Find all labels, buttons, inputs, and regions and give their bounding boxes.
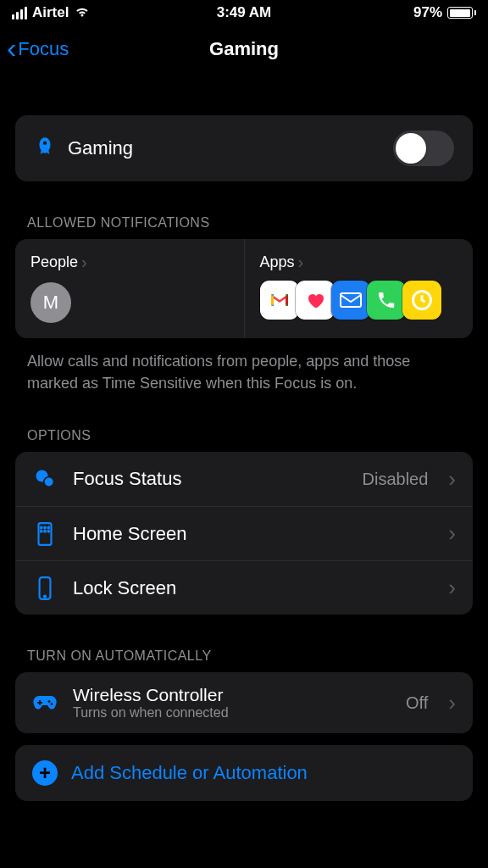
- battery-pct-label: 97%: [413, 4, 442, 21]
- plus-icon: +: [32, 760, 58, 786]
- focus-toggle-label: Gaming: [68, 137, 393, 159]
- svg-point-5: [41, 526, 42, 528]
- add-schedule-label: Add Schedule or Automation: [71, 762, 308, 784]
- auto-item-label: Wireless Controller: [73, 685, 391, 705]
- app-icon-mail: [331, 281, 370, 320]
- clock-label: 3:49 AM: [217, 4, 272, 21]
- app-icon-gmail: [260, 281, 299, 320]
- wifi-icon: [74, 4, 91, 21]
- chevron-right-icon: ›: [448, 520, 456, 547]
- rocket-icon: [34, 136, 56, 161]
- game-controller-icon: [32, 693, 58, 712]
- chevron-right-icon: ›: [448, 575, 456, 601]
- avatar-initial: M: [43, 292, 58, 314]
- battery-icon: [447, 7, 476, 19]
- svg-point-7: [47, 526, 49, 528]
- svg-point-10: [47, 531, 49, 532]
- chevron-right-icon: ›: [81, 253, 87, 272]
- avatar: M: [30, 282, 71, 323]
- add-schedule-button[interactable]: + Add Schedule or Automation: [15, 745, 473, 801]
- auto-item-value: Off: [406, 693, 428, 713]
- svg-point-12: [44, 595, 46, 597]
- option-lock-screen[interactable]: Lock Screen ›: [15, 560, 473, 615]
- option-label: Lock Screen: [73, 577, 428, 599]
- options-header: Options: [0, 428, 488, 452]
- chevron-left-icon: ‹: [7, 33, 16, 62]
- svg-point-6: [44, 526, 46, 528]
- option-value: Disabled: [363, 470, 429, 489]
- carrier-label: Airtel: [32, 4, 69, 21]
- back-label: Focus: [18, 38, 69, 60]
- page-title: Gaming: [209, 38, 279, 60]
- focus-toggle[interactable]: [393, 131, 454, 166]
- options-card: Focus Status Disabled › Home Screen › Lo…: [15, 452, 473, 615]
- auto-card: Wireless Controller Turns on when connec…: [15, 672, 473, 733]
- allowed-people-label: People: [30, 253, 78, 271]
- allowed-apps-button[interactable]: Apps ›: [245, 239, 474, 338]
- auto-item-controller[interactable]: Wireless Controller Turns on when connec…: [15, 672, 473, 733]
- allowed-header: Allowed Notifications: [0, 215, 488, 239]
- focus-status-icon: [32, 467, 58, 491]
- allowed-apps-label: Apps: [260, 253, 295, 271]
- lock-screen-icon: [32, 576, 58, 601]
- chevron-right-icon: ›: [448, 690, 456, 716]
- focus-toggle-row: Gaming: [15, 115, 473, 181]
- svg-point-9: [44, 531, 46, 532]
- allowed-card: People › M Apps ›: [15, 239, 473, 338]
- app-icon-phone: [367, 281, 406, 320]
- option-label: Home Screen: [73, 523, 428, 545]
- svg-point-3: [44, 477, 54, 487]
- status-bar: Airtel 3:49 AM 97%: [0, 0, 488, 25]
- svg-rect-0: [341, 293, 361, 307]
- auto-header: Turn On Automatically: [0, 648, 488, 672]
- allowed-footer: Allow calls and notifications from peopl…: [0, 338, 488, 394]
- nav-bar: ‹ Focus Gaming: [0, 25, 488, 73]
- auto-item-sub: Turns on when connected: [73, 705, 391, 721]
- back-button[interactable]: ‹ Focus: [7, 36, 69, 62]
- add-schedule-card: + Add Schedule or Automation: [15, 745, 473, 801]
- allowed-people-button[interactable]: People › M: [15, 239, 245, 338]
- app-icon-clock: [402, 281, 441, 320]
- home-screen-icon: [32, 521, 58, 547]
- app-icon-health: [296, 281, 335, 320]
- option-focus-status[interactable]: Focus Status Disabled ›: [15, 452, 473, 506]
- chevron-right-icon: ›: [448, 466, 456, 492]
- svg-point-8: [41, 531, 42, 532]
- option-home-screen[interactable]: Home Screen ›: [15, 506, 473, 560]
- chevron-right-icon: ›: [298, 253, 304, 272]
- signal-bars-icon: [12, 7, 27, 19]
- option-label: Focus Status: [73, 468, 347, 490]
